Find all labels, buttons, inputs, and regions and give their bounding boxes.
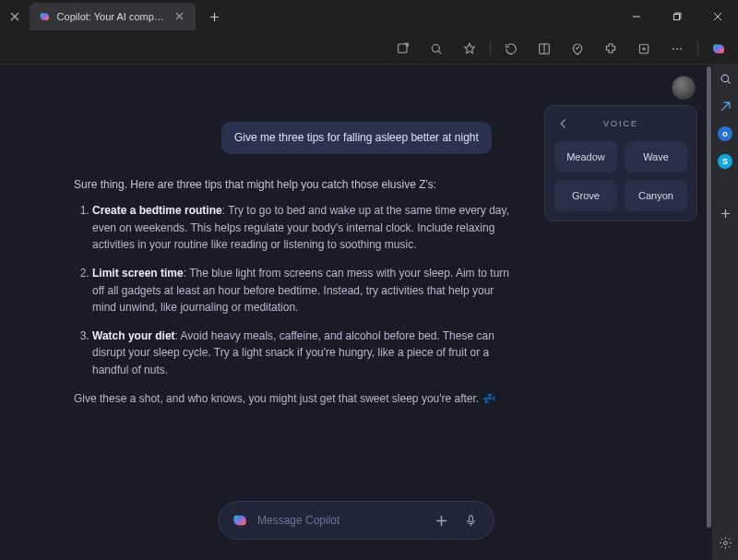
copilot-toolbar-button[interactable] xyxy=(705,36,732,62)
composer-add-button[interactable] xyxy=(431,510,451,530)
svg-rect-1 xyxy=(399,43,407,52)
scrollbar-thumb[interactable] xyxy=(707,66,711,528)
scrollbar[interactable] xyxy=(707,65,712,560)
copilot-icon xyxy=(39,10,51,23)
reader-icon[interactable] xyxy=(530,36,558,62)
search-icon[interactable] xyxy=(423,36,450,62)
window-titlebar: Copilot: Your AI companion xyxy=(0,0,738,33)
more-icon[interactable] xyxy=(663,36,691,62)
composer-input[interactable] xyxy=(257,514,422,527)
browser-toolbar xyxy=(0,33,738,65)
svg-point-2 xyxy=(432,44,439,52)
tab-prev-button[interactable] xyxy=(4,0,26,33)
svg-point-9 xyxy=(723,541,727,544)
voice-option-wave[interactable]: Wave xyxy=(625,141,687,173)
composer xyxy=(218,501,494,540)
browser-tab[interactable]: Copilot: Your AI companion xyxy=(30,3,196,30)
voice-panel-title: VOICE xyxy=(603,119,638,128)
window-close-button[interactable] xyxy=(697,0,738,33)
sidebar-skype-icon[interactable]: S xyxy=(717,153,733,170)
favorite-icon[interactable] xyxy=(456,36,483,62)
svg-rect-0 xyxy=(674,15,680,20)
sidebar-settings-icon[interactable] xyxy=(717,534,733,551)
response-outro: Give these a shot, and who knows, you mi… xyxy=(74,390,517,408)
window-minimize-button[interactable] xyxy=(616,0,657,33)
refresh-icon[interactable] xyxy=(497,36,525,62)
response-intro: Sure thing. Here are three tips that mig… xyxy=(74,176,517,194)
right-sidebar: o S xyxy=(712,65,738,560)
sleep-emoji: 💤 xyxy=(482,392,496,405)
voice-option-grove[interactable]: Grove xyxy=(554,180,617,211)
response-item-1: Create a bedtime routine: Try to go to b… xyxy=(92,202,517,254)
extensions-icon[interactable] xyxy=(597,36,625,62)
window-restore-button[interactable] xyxy=(657,0,697,33)
user-message: Give me three tips for falling asleep be… xyxy=(221,122,492,154)
svg-point-8 xyxy=(721,75,729,82)
voice-option-canyon[interactable]: Canyon xyxy=(625,180,687,211)
voice-back-button[interactable] xyxy=(556,116,571,131)
main-content: VOICE Meadow Wave Grove Canyon Give me t… xyxy=(0,65,712,560)
svg-point-5 xyxy=(673,48,674,50)
collections-icon[interactable] xyxy=(630,36,658,62)
performance-icon[interactable] xyxy=(564,36,591,62)
sidebar-outlook-icon[interactable]: o xyxy=(717,125,733,142)
response-item-2: Limit screen time: The blue light from s… xyxy=(92,265,517,316)
composer-mic-button[interactable] xyxy=(460,510,481,530)
copilot-icon xyxy=(232,512,248,529)
sidebar-search-icon[interactable] xyxy=(717,70,733,87)
window-controls xyxy=(616,0,738,33)
svg-point-6 xyxy=(676,48,678,50)
response-list: Create a bedtime routine: Try to go to b… xyxy=(74,202,517,378)
share-icon[interactable] xyxy=(389,36,417,62)
voice-option-meadow[interactable]: Meadow xyxy=(554,141,617,173)
tab-close-button[interactable] xyxy=(173,10,186,23)
voice-panel: VOICE Meadow Wave Grove Canyon xyxy=(544,105,697,221)
svg-point-7 xyxy=(680,48,682,50)
conversation: Give me three tips for falling asleep be… xyxy=(74,122,517,407)
tab-title: Copilot: Your AI companion xyxy=(57,11,167,22)
response-item-3: Watch your diet: Avoid heavy meals, caff… xyxy=(92,328,517,379)
sidebar-tools-icon[interactable] xyxy=(717,98,733,114)
avatar[interactable] xyxy=(672,76,696,100)
svg-rect-10 xyxy=(469,515,472,521)
sidebar-add-button[interactable] xyxy=(717,205,733,221)
new-tab-button[interactable] xyxy=(201,4,227,30)
